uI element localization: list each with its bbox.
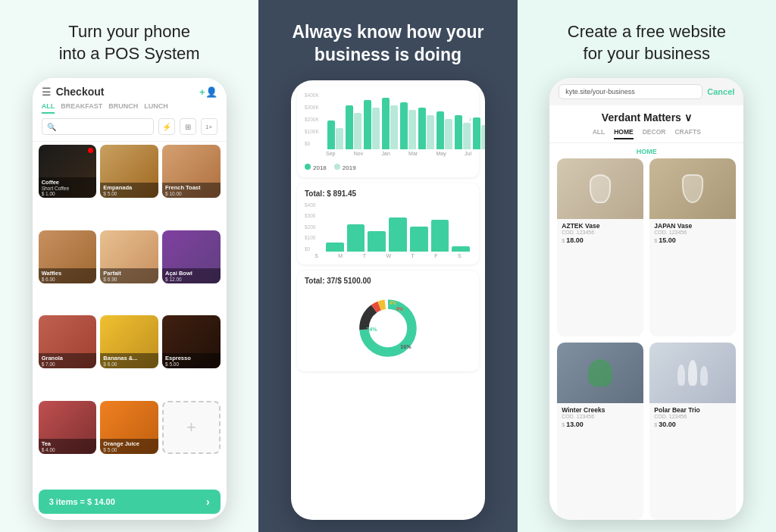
add-item-button[interactable]: + <box>162 401 221 454</box>
bar-s <box>326 243 344 252</box>
product-grid: Coffee Short Coffee$ 1.00 Empanada $ 5.0… <box>33 142 227 485</box>
empanada-item[interactable]: Empanada $ 5.00 <box>100 145 158 198</box>
bar-w <box>389 217 407 252</box>
checkout-label: Checkout <box>56 86 199 98</box>
website-bar: kyte.site/your-business Cancel <box>549 78 743 105</box>
website-phone: kyte.site/your-business Cancel Verdant M… <box>549 78 743 520</box>
weekly-chart-title: Total: $ 891.45 <box>305 189 471 198</box>
item-label: Empanada $ 5.00 <box>100 183 158 198</box>
item-name: Orange Juice <box>103 440 155 447</box>
product-price: $ 13.00 <box>562 421 639 428</box>
tab-lunch[interactable]: LUNCH <box>144 102 168 114</box>
item-label: Coffee Short Coffee$ 1.00 <box>39 177 97 198</box>
left-title: Turn your phoneinto a POS System <box>59 21 200 64</box>
tab-all[interactable]: ALL <box>42 102 55 114</box>
item-name: Tea <box>42 440 94 447</box>
chevron-right-icon: › <box>469 115 471 124</box>
polar-shapes <box>677 360 708 386</box>
donut-chart-title: Total: 37/$ 5100.00 <box>305 277 471 285</box>
product-name: AZTEK Vase <box>562 222 639 230</box>
polar-shape-3 <box>700 366 708 386</box>
menu-icon[interactable]: ☰ <box>42 86 52 98</box>
annual-chart-card: $400K $300K $200K $100K $0 › <box>297 86 479 177</box>
tab-crafts[interactable]: CRAFTS <box>674 128 700 139</box>
item-price: $ 6.00 <box>103 361 155 367</box>
url-box[interactable]: kyte.site/your-business <box>559 84 702 99</box>
product-japan[interactable]: JAPAN Vase COD. 123456 $ 15.00 <box>649 158 736 336</box>
vase-shape-japan <box>682 174 703 203</box>
parfait-item[interactable]: Parfait $ 6.90 <box>100 230 158 283</box>
pos-phone: ☰ Checkout +👤 ALL BREAKFAST BRUNCH LUNCH… <box>33 78 227 520</box>
product-info: AZTEK Vase COD. 123456 $ 18.00 <box>557 219 643 249</box>
y-label: $100K <box>305 129 319 134</box>
donut-chart: 74% 16% 4% 4% <box>354 294 422 362</box>
item-label: Parfait $ 6.90 <box>100 268 158 283</box>
item-label: Orange Juice $ 5.00 <box>100 439 158 454</box>
acai-item[interactable]: Açai Bowl $ 12.00 <box>162 230 221 283</box>
weekly-chart: $400$300$200$100$0 <box>305 202 471 252</box>
item-label: Tea $ 4.00 <box>39 439 97 454</box>
tea-item[interactable]: Tea $ 4.00 <box>39 401 97 454</box>
x-axis-labels: Sep Nov Jan Mar May Jul <box>326 151 471 156</box>
item-label: Açai Bowl $ 12.00 <box>162 268 221 283</box>
granola-item[interactable]: Granola $ 7.00 <box>39 315 97 368</box>
search-row: 🔍 ⚡ ⊞ 1× <box>42 118 217 135</box>
item-price: Short Coffee$ 1.00 <box>42 186 94 196</box>
donut-container: 74% 16% 4% 4% <box>305 289 471 365</box>
url-text: kyte.site/your-business <box>565 88 635 95</box>
grid-icon[interactable]: ⊞ <box>180 118 196 135</box>
item-price: $ 7.00 <box>42 361 94 367</box>
item-price: $ 5.00 <box>103 447 155 452</box>
middle-panel: Always know how yourbusiness is doing $4… <box>258 0 517 532</box>
plant-shape <box>588 359 612 386</box>
oj-item[interactable]: Orange Juice $ 5.00 <box>100 401 158 454</box>
y-label: $400K <box>305 92 319 98</box>
weekly-chart-card: Total: $ 891.45 $400$300$200$100$0 SM TW <box>297 183 479 264</box>
legend-dot-2019 <box>334 164 340 170</box>
add-person-button[interactable]: +👤 <box>199 86 217 98</box>
product-img-polar <box>649 343 736 403</box>
item-price: $ 10.00 <box>165 191 217 196</box>
product-winter[interactable]: Winter Creeks COD. 123456 $ 13.00 <box>557 343 643 520</box>
item-name: Espresso <box>165 355 217 361</box>
right-title: Create a free websitefor your business <box>568 21 726 64</box>
lightning-icon[interactable]: ⚡ <box>158 118 175 135</box>
cancel-button[interactable]: Cancel <box>707 87 734 96</box>
product-aztek[interactable]: AZTEK Vase COD. 123456 $ 18.00 <box>557 158 643 336</box>
product-img-winter <box>557 343 643 403</box>
product-polar[interactable]: Polar Bear Trio COD. 123456 $ 30.00 <box>649 343 736 520</box>
tab-home[interactable]: HOME <box>614 128 634 139</box>
item-label: Granola $ 7.00 <box>39 353 97 368</box>
product-info: Winter Creeks COD. 123456 $ 13.00 <box>557 403 643 433</box>
tab-all[interactable]: ALL <box>593 128 605 139</box>
banana-item[interactable]: Bananas &... $ 6.00 <box>100 315 158 368</box>
product-info: Polar Bear Trio COD. 123456 $ 30.00 <box>649 403 736 433</box>
waffles-item[interactable]: Waffles $ 6.00 <box>39 230 97 283</box>
left-panel: Turn your phoneinto a POS System ☰ Check… <box>0 0 258 532</box>
tab-decor[interactable]: DECOR <box>643 128 666 139</box>
tab-breakfast[interactable]: BREAKFAST <box>61 102 102 114</box>
y-label: $200K <box>305 117 319 122</box>
espresso-item[interactable]: Espresso $ 5.00 <box>162 315 221 368</box>
bar-f <box>431 220 449 252</box>
donut-label-74: 74% <box>366 325 377 332</box>
tab-brunch[interactable]: BRUNCH <box>108 102 138 114</box>
item-label: French Toast $ 10.00 <box>162 183 221 198</box>
search-input[interactable]: 🔍 <box>42 118 154 135</box>
product-img-japan <box>649 158 736 219</box>
view-mode-icon[interactable]: 1× <box>201 118 217 135</box>
y-labels: $400$300$200$100$0 <box>305 202 315 252</box>
shop-header: Verdant Matters ∨ ALL HOME DECOR CRAFTS <box>549 105 743 143</box>
toast-item[interactable]: French Toast $ 10.00 <box>162 145 221 198</box>
item-name: French Toast <box>165 184 217 191</box>
analytics-phone: $400K $300K $200K $100K $0 › <box>291 80 485 520</box>
phone-header: ☰ Checkout +👤 ALL BREAKFAST BRUNCH LUNCH… <box>33 78 227 142</box>
cart-bar[interactable]: 3 items = $ 14.00 › <box>39 490 221 514</box>
item-label: Espresso $ 5.00 <box>162 353 221 368</box>
weekly-bars <box>324 206 471 252</box>
coffee-item[interactable]: Coffee Short Coffee$ 1.00 <box>39 145 97 198</box>
bar-t2 <box>410 227 428 252</box>
annual-chart: $400K $300K $200K $100K $0 › <box>305 92 471 161</box>
product-grid: AZTEK Vase COD. 123456 $ 18.00 JAPAN Vas… <box>549 158 743 520</box>
product-price: $ 30.00 <box>654 421 731 428</box>
